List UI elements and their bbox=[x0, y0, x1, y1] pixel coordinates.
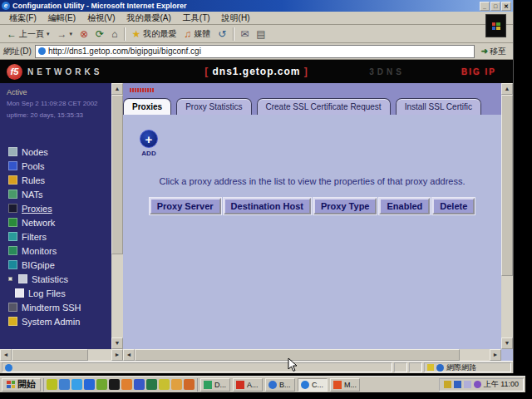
sidebar-item-system-admin[interactable]: System Admin bbox=[8, 314, 108, 328]
quicklaunch-icon[interactable] bbox=[134, 379, 145, 390]
network-icon bbox=[8, 218, 17, 227]
sidebar-item-rules[interactable]: Rules bbox=[8, 173, 108, 187]
taskbar-button[interactable]: B... bbox=[265, 378, 295, 392]
tab-bar: Proxies Proxy Statistics Create SSL Cert… bbox=[123, 83, 501, 115]
status-active: Active bbox=[7, 88, 123, 96]
scroll-right-icon[interactable]: ► bbox=[111, 349, 123, 361]
quicklaunch-icon[interactable] bbox=[184, 379, 195, 390]
column-delete[interactable]: Delete bbox=[432, 198, 475, 214]
system-status: Active Mon Sep 2 11:09:28 CET 2002 uptim… bbox=[0, 83, 123, 119]
sidebar-item-proxies[interactable]: Proxies bbox=[8, 201, 108, 215]
close-button[interactable]: ✕ bbox=[501, 2, 511, 11]
tab-proxies[interactable]: Proxies bbox=[123, 98, 171, 115]
expander-icon[interactable] bbox=[8, 277, 12, 281]
scroll-right-icon[interactable]: ► bbox=[490, 349, 501, 361]
monitors-icon bbox=[8, 246, 17, 255]
sidebar-item-network[interactable]: Network bbox=[8, 215, 108, 229]
quicklaunch-icon[interactable] bbox=[159, 379, 170, 390]
tray-icon[interactable] bbox=[454, 381, 461, 388]
taskbar-button[interactable]: M... bbox=[330, 378, 360, 392]
history-button[interactable]: ↺ bbox=[214, 28, 229, 40]
sidebar-item-pools[interactable]: Pools bbox=[8, 159, 108, 173]
forward-button[interactable]: → ▾ bbox=[54, 28, 76, 40]
network-map-icon[interactable] bbox=[130, 86, 155, 92]
menu-help[interactable]: 說明(H) bbox=[216, 12, 256, 24]
app-icon bbox=[268, 381, 277, 389]
sidebar-item-bigpipe[interactable]: BIGpipe bbox=[8, 258, 108, 272]
back-button[interactable]: ← 上一頁▾ bbox=[3, 27, 53, 41]
print-button[interactable]: ▤ bbox=[253, 28, 268, 40]
refresh-button[interactable]: ⟳ bbox=[92, 28, 107, 40]
home-button[interactable]: ⌂ bbox=[108, 28, 121, 40]
minimize-button[interactable]: _ bbox=[480, 2, 490, 11]
quicklaunch-icon[interactable] bbox=[146, 379, 157, 390]
forward-dropdown-icon[interactable]: ▾ bbox=[70, 31, 73, 37]
favorites-button[interactable]: ★ 我的最愛 bbox=[128, 27, 180, 41]
main-horizontal-scrollbar[interactable]: ◄ ► bbox=[123, 349, 501, 361]
quicklaunch-icon[interactable] bbox=[121, 379, 132, 390]
status-pane bbox=[394, 362, 407, 372]
taskbar-button[interactable]: A... bbox=[233, 378, 263, 392]
proxies-icon bbox=[8, 204, 17, 213]
scroll-left-icon[interactable]: ◄ bbox=[123, 349, 135, 361]
scroll-up-icon[interactable]: ▲ bbox=[501, 83, 513, 95]
menu-edit[interactable]: 編輯(E) bbox=[42, 12, 81, 24]
tab-create-ssl-certificate-request[interactable]: Create SSL Certificate Request bbox=[257, 98, 391, 115]
sidebar-item-statistics[interactable]: Statistics bbox=[8, 272, 108, 286]
quicklaunch-icon[interactable] bbox=[109, 379, 120, 390]
taskbar-button[interactable]: D... bbox=[200, 378, 230, 392]
tab-install-ssl-certificate[interactable]: Install SSL Certific bbox=[396, 98, 481, 115]
url-box bbox=[35, 45, 475, 58]
address-bar: 網址(D) ➜ 移至 bbox=[0, 43, 513, 60]
quicklaunch-icon[interactable] bbox=[59, 379, 70, 390]
tray-icon[interactable] bbox=[474, 381, 481, 388]
sidebar-horizontal-scrollbar[interactable]: ◄ ► bbox=[0, 349, 123, 361]
quicklaunch-icon[interactable] bbox=[84, 379, 95, 390]
menu-tools[interactable]: 工具(T) bbox=[177, 12, 216, 24]
status-bar: 網際網路 bbox=[0, 361, 513, 373]
quicklaunch-icon[interactable] bbox=[47, 379, 57, 390]
bigpipe-icon bbox=[8, 260, 17, 269]
scroll-down-icon[interactable]: ▼ bbox=[501, 337, 513, 349]
tray-icon[interactable] bbox=[464, 381, 471, 388]
sidebar-item-log-files[interactable]: Log Files bbox=[8, 286, 108, 300]
quicklaunch-icon[interactable] bbox=[96, 379, 107, 390]
sidebar-vertical-scrollbar[interactable]: ▲ ▼ bbox=[111, 83, 123, 349]
sidebar-item-monitors[interactable]: Monitors bbox=[8, 244, 108, 258]
stop-button[interactable]: ⊗ bbox=[76, 28, 91, 40]
media-button[interactable]: ♫ 媒體 bbox=[180, 27, 214, 41]
sidebar-item-nodes[interactable]: Nodes bbox=[8, 145, 108, 159]
main-vertical-scrollbar[interactable]: ▲ ▼ bbox=[501, 83, 513, 349]
app-icon bbox=[333, 381, 342, 389]
tab-proxy-statistics[interactable]: Proxy Statistics bbox=[176, 98, 251, 115]
mail-button[interactable]: ✉ bbox=[237, 28, 252, 40]
go-button[interactable]: ➜ 移至 bbox=[478, 46, 510, 57]
sidebar-item-nats[interactable]: NATs bbox=[8, 187, 108, 201]
quicklaunch-icon[interactable] bbox=[71, 379, 82, 390]
add-button[interactable]: + bbox=[140, 130, 158, 148]
scroll-left-icon[interactable]: ◄ bbox=[0, 349, 12, 361]
menu-file[interactable]: 檔案(F) bbox=[3, 12, 42, 24]
system-tray: 上午 11:00 bbox=[439, 378, 524, 392]
column-proxy-server[interactable]: Proxy Server bbox=[150, 198, 221, 214]
add-label: ADD bbox=[140, 150, 158, 157]
column-proxy-type[interactable]: Proxy Type bbox=[313, 198, 377, 214]
sidebar-item-filters[interactable]: Filters bbox=[8, 229, 108, 244]
tray-icon[interactable] bbox=[444, 381, 451, 388]
scroll-up-icon[interactable]: ▲ bbox=[111, 83, 123, 95]
quicklaunch-icon[interactable] bbox=[171, 379, 182, 390]
start-button[interactable]: 開始 bbox=[2, 378, 41, 392]
ie-app-icon bbox=[301, 381, 309, 389]
restore-button[interactable]: □ bbox=[490, 2, 500, 11]
scroll-down-icon[interactable]: ▼ bbox=[111, 337, 123, 349]
menu-view[interactable]: 檢視(V) bbox=[81, 12, 121, 24]
status-pane bbox=[409, 362, 422, 372]
back-dropdown-icon[interactable]: ▾ bbox=[47, 31, 50, 37]
taskbar-button-active[interactable]: C... bbox=[298, 378, 328, 392]
column-destination-host[interactable]: Destination Host bbox=[224, 198, 311, 214]
column-enabled[interactable]: Enabled bbox=[379, 198, 430, 214]
sidebar-item-mindterm-ssh[interactable]: Mindterm SSH bbox=[8, 300, 108, 314]
menu-favorites[interactable]: 我的最愛(A) bbox=[121, 12, 176, 24]
url-input[interactable] bbox=[48, 47, 471, 56]
favorites-icon: ★ bbox=[131, 29, 140, 39]
